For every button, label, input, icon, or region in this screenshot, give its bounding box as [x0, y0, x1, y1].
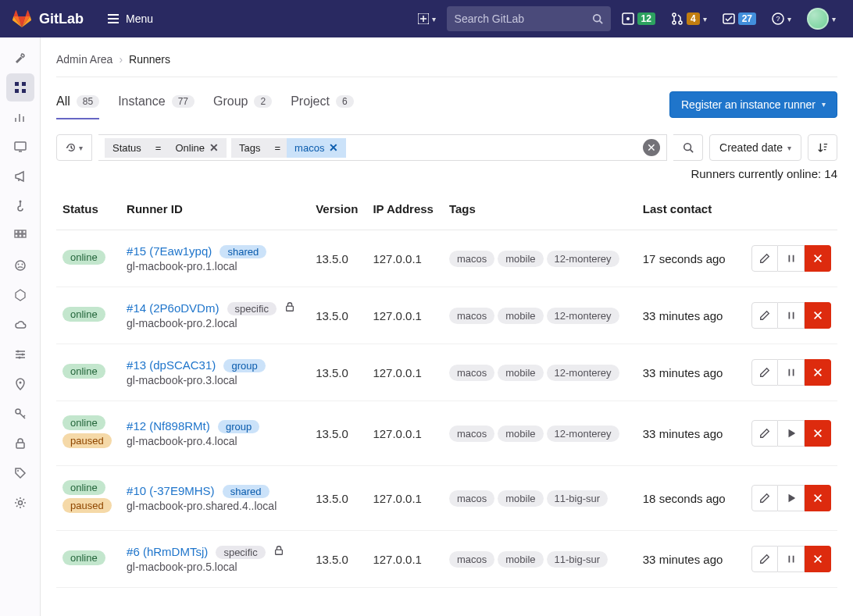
runner-host: gl-macbook-pro.4.local: [127, 435, 303, 447]
edit-runner-button[interactable]: [751, 485, 778, 511]
delete-runner-button[interactable]: [805, 245, 831, 272]
sort-direction-button[interactable]: [808, 134, 837, 161]
sidebar-item-geo[interactable]: [6, 370, 34, 398]
sidebar-item-applications[interactable]: [6, 222, 34, 250]
sidebar-item-monitoring[interactable]: [6, 133, 34, 161]
tab-group[interactable]: Group2: [213, 88, 272, 119]
sidebar-item-abuse[interactable]: [6, 251, 34, 280]
svg-point-28: [18, 357, 20, 359]
runner-tag: mobile: [498, 490, 543, 507]
admin-sidebar: [0, 37, 41, 616]
svg-rect-12: [15, 89, 19, 93]
tab-all[interactable]: All85: [56, 88, 99, 119]
sidebar-item-settings[interactable]: [6, 489, 34, 517]
sidebar-item-messages[interactable]: [6, 162, 34, 190]
resume-runner-button[interactable]: [778, 420, 805, 447]
svg-point-5: [673, 21, 676, 24]
edit-runner-button[interactable]: [751, 546, 778, 572]
svg-point-27: [21, 354, 23, 356]
play-icon: [786, 493, 797, 504]
lock-icon: [14, 437, 27, 450]
filter-token-status[interactable]: Status = Online✕: [105, 138, 227, 158]
runner-ip: 127.0.0.1: [366, 466, 443, 531]
register-instance-runner-button[interactable]: Register an instance runner ▾: [669, 91, 837, 118]
table-row: online #6 (hRmDMTsj) specific gl-macbook…: [56, 531, 837, 588]
edit-runner-button[interactable]: [751, 302, 778, 329]
todos-counter[interactable]: 27: [718, 9, 761, 28]
svg-rect-16: [15, 230, 18, 233]
sidebar-item-labels[interactable]: [6, 459, 34, 487]
runner-tag: macos: [449, 490, 494, 507]
edit-runner-button[interactable]: [751, 420, 778, 447]
runner-id-link[interactable]: #12 (Nf898RMt): [127, 419, 210, 433]
close-icon: [812, 554, 823, 564]
pause-runner-button[interactable]: [778, 546, 805, 572]
delete-runner-button[interactable]: [805, 302, 831, 329]
tab-instance[interactable]: Instance77: [118, 88, 195, 119]
filter-token-tags[interactable]: Tags = macos✕: [231, 138, 346, 158]
pause-runner-button[interactable]: [778, 359, 805, 386]
sidebar-item-kubernetes[interactable]: [6, 281, 34, 309]
runner-id-link[interactable]: #6 (hRmDMTsj): [127, 545, 208, 558]
play-icon: [786, 428, 797, 439]
delete-runner-button[interactable]: [805, 485, 831, 511]
svg-point-32: [17, 470, 19, 472]
runner-version: 13.5.0: [309, 287, 366, 344]
create-new-button[interactable]: ▾: [413, 10, 441, 27]
sidebar-item-spam[interactable]: [6, 311, 34, 339]
pencil-icon: [759, 554, 770, 564]
user-menu[interactable]: ▾: [802, 5, 841, 33]
runner-id-link[interactable]: #10 (-37E9MHS): [127, 484, 215, 497]
hook-icon: [14, 200, 27, 212]
runner-tag: mobile: [498, 308, 543, 324]
svg-point-26: [16, 351, 19, 353]
tanuki-icon: [12, 10, 31, 27]
status-badge: paused: [62, 433, 112, 448]
sidebar-item-ci[interactable]: [6, 340, 34, 369]
breadcrumb-admin-area[interactable]: Admin Area: [56, 53, 112, 66]
sidebar-item-hooks[interactable]: [6, 192, 34, 220]
history-icon: [66, 142, 77, 153]
sidebar-item-deploy-keys[interactable]: [6, 400, 34, 428]
delete-runner-button[interactable]: [805, 546, 831, 572]
runner-version: 13.5.0: [309, 401, 366, 466]
tab-project[interactable]: Project6: [291, 88, 353, 119]
search-input[interactable]: [455, 12, 592, 25]
help-button[interactable]: ? ▾: [767, 9, 796, 28]
filter-bar[interactable]: Status = Online✕ Tags = macos✕ ✕: [98, 134, 667, 161]
pause-runner-button[interactable]: [778, 245, 805, 272]
global-search[interactable]: [447, 6, 611, 31]
runner-tag: 11-big-sur: [547, 490, 609, 507]
lock-icon: [273, 545, 284, 556]
clear-filters-button[interactable]: ✕: [643, 139, 660, 156]
delete-runner-button[interactable]: [805, 420, 831, 447]
runner-id-link[interactable]: #14 (2P6oDVDm): [127, 301, 219, 315]
menu-button[interactable]: Menu: [99, 8, 161, 30]
runner-id-link[interactable]: #15 (7Eaw1ypq): [127, 244, 212, 258]
avatar: [807, 8, 829, 30]
merge-requests-counter[interactable]: 4 ▾: [666, 9, 712, 28]
runner-last-contact: 18 seconds ago: [637, 466, 736, 531]
remove-status-filter-icon[interactable]: ✕: [209, 142, 219, 153]
runner-tag: mobile: [498, 426, 543, 442]
pause-runner-button[interactable]: [778, 302, 805, 329]
issues-counter[interactable]: 12: [617, 9, 660, 28]
runner-id-link[interactable]: #13 (dpSCAC31): [127, 358, 216, 372]
remove-tags-filter-icon[interactable]: ✕: [329, 142, 338, 153]
pause-icon: [786, 253, 797, 264]
sidebar-item-wrench[interactable]: [6, 44, 34, 72]
help-icon: ?: [772, 12, 784, 25]
sidebar-item-analytics[interactable]: [6, 103, 34, 131]
delete-runner-button[interactable]: [805, 359, 831, 386]
edit-runner-button[interactable]: [751, 245, 778, 272]
sidebar-item-overview[interactable]: [6, 73, 34, 101]
gitlab-logo[interactable]: GitLab: [12, 10, 84, 27]
chevron-right-icon: ›: [119, 53, 123, 66]
filter-search-button[interactable]: [673, 134, 703, 161]
edit-runner-button[interactable]: [751, 359, 778, 386]
recent-searches-button[interactable]: ▾: [56, 134, 92, 161]
sidebar-item-credentials[interactable]: [6, 429, 34, 458]
svg-point-22: [16, 261, 25, 270]
resume-runner-button[interactable]: [778, 485, 805, 511]
sort-dropdown[interactable]: Created date ▾: [709, 134, 801, 161]
